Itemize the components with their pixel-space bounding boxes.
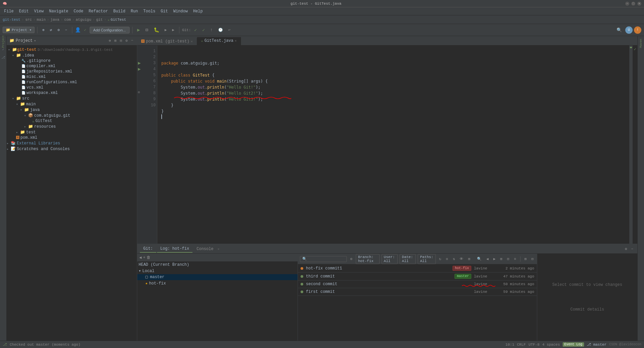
tree-src[interactable]: ▾ 📁 src	[7, 96, 137, 101]
graph-toggle-button[interactable]: 👁	[458, 256, 465, 262]
branch-status[interactable]: ⎇ master	[587, 342, 607, 347]
console-tab-close[interactable]: ✕	[218, 247, 220, 251]
tree-package[interactable]: ▾ 📦 com.atguigu.git	[7, 113, 137, 118]
cursor-position[interactable]: 10:1	[505, 343, 514, 347]
charset[interactable]: UTF-8	[529, 343, 540, 347]
sync-button[interactable]: ⇄	[48, 27, 54, 33]
git-history-button[interactable]: 🕐	[216, 27, 225, 33]
hide-bottom-button[interactable]: −	[630, 246, 635, 252]
run-class-button[interactable]: ▶	[138, 60, 141, 66]
code-content[interactable]: package com.atguigu.git; public class Gi…	[157, 45, 629, 244]
settings-button[interactable]: ⚙	[56, 27, 62, 33]
tree-jar-xml[interactable]: ▸ 📄 jarRepositories.xml	[7, 69, 137, 74]
menu-help[interactable]: Help	[190, 8, 206, 14]
collapse-button[interactable]: −	[63, 27, 69, 33]
tree-gittest[interactable]: ▸ ☕ GitTest	[7, 118, 137, 124]
breadcrumb-git[interactable]: git	[96, 18, 103, 22]
expand-all-button[interactable]: ⊞	[113, 38, 118, 43]
git-branch-push-button[interactable]: ↑	[208, 26, 215, 33]
user-filter-dropdown[interactable]: User: All	[382, 254, 398, 264]
project-sidebar-icon[interactable]: Project	[1, 39, 6, 44]
menu-build[interactable]: Build	[110, 8, 128, 14]
tree-root[interactable]: ▾ 📁 git-test D:\downloads\hadoop-3.1.0\g…	[7, 47, 137, 52]
tab-gittest-close[interactable]: ✕	[235, 39, 237, 43]
breadcrumb-main[interactable]: main	[37, 18, 46, 22]
branch-filter-dropdown[interactable]: Branch: hot-fix	[356, 254, 380, 264]
vcs-icon[interactable]: ⎇	[1, 55, 6, 60]
tree-misc-xml[interactable]: ▸ 📄 misc.xml	[7, 74, 137, 80]
debug-button[interactable]: 🐛	[152, 26, 161, 34]
tree-run-xml[interactable]: ▸ 📄 runConfigurations.xml	[7, 80, 137, 85]
expand-details-button[interactable]: ⊞	[523, 256, 528, 262]
tree-idea[interactable]: ▾ 📁 .idea	[7, 52, 137, 58]
breadcrumb-com[interactable]: com	[64, 18, 71, 22]
maven-icon[interactable]: Maven	[639, 39, 643, 48]
tree-scratches[interactable]: ▸ 📝 Scratches and Consoles	[7, 146, 137, 152]
code-editor[interactable]: ▶ ▶ ⊙ 1 2 3 4 5 6 7 8 9	[137, 45, 637, 244]
branch-hotfix-item[interactable]: ★ hot-fix	[137, 280, 298, 286]
commit-row-3[interactable]: second commit lavine 50 minutes ago	[298, 280, 537, 288]
run-main-button[interactable]: ▶	[138, 66, 141, 72]
add-configuration-button[interactable]: Add Configuration...	[90, 27, 130, 33]
stop-button[interactable]: ⊟	[143, 26, 150, 34]
profile-run-button[interactable]: ▶	[170, 27, 176, 33]
prev-commit-button[interactable]: ◀	[485, 256, 490, 262]
next-commit-button[interactable]: ▶	[492, 256, 497, 262]
commit-row-1[interactable]: hot-fix commit1 hot-fix lavine 2 minutes…	[298, 264, 537, 272]
menu-view[interactable]: View	[31, 8, 47, 14]
collapse-details-button[interactable]: ⊟	[530, 256, 535, 262]
sort-button[interactable]: ⇅	[452, 256, 457, 262]
notifications-icon[interactable]: !	[634, 26, 641, 34]
menu-tools[interactable]: Tools	[141, 8, 158, 14]
profile-icon[interactable]: 👤	[75, 27, 81, 33]
git-delete-button[interactable]: 🗑	[147, 255, 151, 260]
coverage-button[interactable]: ▶	[163, 27, 169, 33]
git-rollback-button[interactable]: ↩	[226, 27, 233, 33]
git-push-button[interactable]: ✓	[192, 26, 199, 34]
branch-master-item[interactable]: master	[137, 274, 298, 280]
menu-file[interactable]: File	[1, 8, 16, 14]
user-avatar[interactable]: U	[625, 26, 633, 34]
indent-info[interactable]: 4 spaces	[542, 343, 560, 347]
tree-java[interactable]: ▾ 📁 java	[7, 107, 137, 113]
tree-vcs-xml[interactable]: ▸ 📄 vcs.xml	[7, 85, 137, 90]
new-file-button[interactable]: ⊕	[40, 27, 47, 33]
git-settings-button[interactable]: ⚙	[349, 256, 354, 262]
breadcrumb-atguigu[interactable]: atguigu	[76, 18, 91, 22]
close-button[interactable]: ✕	[637, 2, 641, 6]
git-update-button[interactable]: ✓	[200, 26, 207, 34]
line-ending[interactable]: CRLF	[517, 343, 526, 347]
git-sidebar-toggle[interactable]: ⎇	[3, 342, 7, 347]
tree-resources[interactable]: ▸ 📁 resources	[7, 124, 137, 129]
breadcrumb-git-test[interactable]: git-test	[3, 18, 20, 22]
menu-git[interactable]: Git	[158, 8, 171, 14]
paths-filter-dropdown[interactable]: Paths: All	[418, 254, 436, 264]
cherry-pick-button[interactable]: ⊙	[445, 256, 450, 262]
grid-view-button[interactable]: ⊞	[499, 256, 504, 262]
tree-compiler-xml[interactable]: ▸ 📄 compiler.xml	[7, 64, 137, 69]
menu-window[interactable]: Window	[171, 8, 190, 14]
menu-navigate[interactable]: Navigate	[46, 8, 71, 14]
scroll-bar[interactable]	[629, 45, 633, 244]
vcs-button[interactable]: ✓	[82, 27, 88, 33]
project-selector[interactable]: 📁 Project ▾	[3, 27, 34, 33]
git-add-button[interactable]: +	[143, 255, 145, 260]
tree-ext-libs[interactable]: ▸ 📚 External Libraries	[7, 140, 137, 146]
gear-bottom-button[interactable]: ⚙	[624, 246, 629, 252]
highlight-button[interactable]: ⊞	[467, 256, 472, 262]
menu-run[interactable]: Run	[128, 8, 141, 14]
event-log-badge[interactable]: Event Log	[563, 342, 584, 347]
bottom-tab-console[interactable]: Console	[193, 246, 217, 252]
git-filter-input[interactable]	[300, 256, 347, 262]
tree-test[interactable]: ▸ 📁 test	[7, 129, 137, 135]
bottom-tab-log[interactable]: Log: hot-fix	[157, 245, 192, 253]
hide-panel-button[interactable]: −	[130, 38, 134, 43]
menu-refactor[interactable]: Refactor	[86, 8, 111, 14]
tab-pom-xml-close[interactable]: ✕	[191, 39, 193, 43]
tree-workspace-xml[interactable]: ▸ 📄 workspace.xml	[7, 90, 137, 96]
tab-gittest-java[interactable]: ☕ GitTest.java ✕	[197, 37, 241, 45]
search-commits-button[interactable]: 🔍	[476, 256, 483, 262]
commit-row-4[interactable]: first commit lavine 59 minutes ago	[298, 288, 537, 296]
collapse-left-button[interactable]: ◀	[139, 255, 142, 260]
filter-commits-button[interactable]: ⊟	[506, 256, 511, 262]
